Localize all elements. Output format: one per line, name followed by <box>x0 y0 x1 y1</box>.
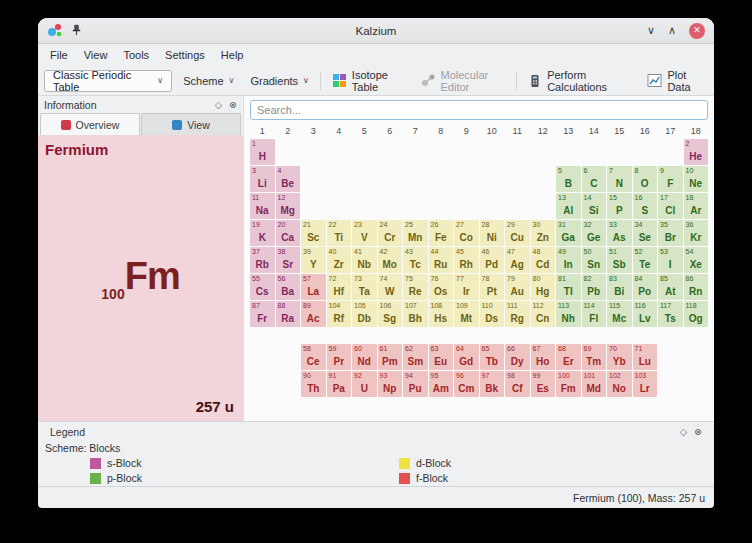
gradients-dropdown[interactable]: Gradients ∨ <box>245 70 314 92</box>
element-Cl[interactable]: 17Cl <box>658 193 683 219</box>
element-Pa[interactable]: 91Pa <box>327 371 352 397</box>
element-Sb[interactable]: 51Sb <box>607 247 632 273</box>
element-Yb[interactable]: 70Yb <box>607 344 632 370</box>
element-W[interactable]: 74W <box>378 274 403 300</box>
tab-overview[interactable]: Overview <box>40 113 140 135</box>
maximize-button[interactable]: ∧ <box>668 25 676 36</box>
element-Cn[interactable]: 112Cn <box>531 301 556 327</box>
element-K[interactable]: 19K <box>250 220 275 246</box>
menu-tools[interactable]: Tools <box>115 46 157 64</box>
close-panel-button[interactable]: ⊗ <box>694 427 702 437</box>
element-He[interactable]: 2He <box>684 139 709 165</box>
element-Sg[interactable]: 106Sg <box>378 301 403 327</box>
element-La[interactable]: 57La <box>301 274 326 300</box>
element-Og[interactable]: 118Og <box>684 301 709 327</box>
element-Pr[interactable]: 59Pr <box>327 344 352 370</box>
element-V[interactable]: 23V <box>352 220 377 246</box>
menu-file[interactable]: File <box>42 46 76 64</box>
element-Rf[interactable]: 104Rf <box>327 301 352 327</box>
close-panel-button[interactable]: ⊗ <box>229 100 237 110</box>
element-Ca[interactable]: 20Ca <box>276 220 301 246</box>
element-Np[interactable]: 93Np <box>378 371 403 397</box>
element-Lr[interactable]: 103Lr <box>633 371 658 397</box>
element-Ho[interactable]: 67Ho <box>531 344 556 370</box>
float-panel-button[interactable]: ◇ <box>680 427 687 437</box>
element-In[interactable]: 49In <box>556 247 581 273</box>
element-Po[interactable]: 84Po <box>633 274 658 300</box>
element-Ra[interactable]: 88Ra <box>276 301 301 327</box>
perform-calculations-button[interactable]: Perform Calculations <box>523 70 636 92</box>
element-Se[interactable]: 34Se <box>633 220 658 246</box>
minimize-button[interactable]: ∨ <box>647 25 655 36</box>
element-Nh[interactable]: 113Nh <box>556 301 581 327</box>
element-U[interactable]: 92U <box>352 371 377 397</box>
element-Db[interactable]: 105Db <box>352 301 377 327</box>
element-Nb[interactable]: 41Nb <box>352 247 377 273</box>
element-Pd[interactable]: 46Pd <box>480 247 505 273</box>
element-I[interactable]: 53I <box>658 247 683 273</box>
element-Mo[interactable]: 42Mo <box>378 247 403 273</box>
element-Hf[interactable]: 72Hf <box>327 274 352 300</box>
element-Ce[interactable]: 58Ce <box>301 344 326 370</box>
element-Fe[interactable]: 26Fe <box>429 220 454 246</box>
element-B[interactable]: 5B <box>556 166 581 192</box>
element-Mc[interactable]: 115Mc <box>607 301 632 327</box>
element-Rh[interactable]: 45Rh <box>454 247 479 273</box>
element-Ds[interactable]: 110Ds <box>480 301 505 327</box>
element-Mg[interactable]: 12Mg <box>276 193 301 219</box>
element-Xe[interactable]: 54Xe <box>684 247 709 273</box>
element-Te[interactable]: 52Te <box>633 247 658 273</box>
element-Be[interactable]: 4Be <box>276 166 301 192</box>
element-Nd[interactable]: 60Nd <box>352 344 377 370</box>
element-Ir[interactable]: 77Ir <box>454 274 479 300</box>
element-Cf[interactable]: 98Cf <box>505 371 530 397</box>
element-P[interactable]: 15P <box>607 193 632 219</box>
element-Eu[interactable]: 63Eu <box>429 344 454 370</box>
element-Mn[interactable]: 25Mn <box>403 220 428 246</box>
element-As[interactable]: 33As <box>607 220 632 246</box>
element-Tc[interactable]: 43Tc <box>403 247 428 273</box>
element-Pb[interactable]: 82Pb <box>582 274 607 300</box>
element-Zr[interactable]: 40Zr <box>327 247 352 273</box>
element-Cm[interactable]: 96Cm <box>454 371 479 397</box>
element-Hg[interactable]: 80Hg <box>531 274 556 300</box>
element-Ti[interactable]: 22Ti <box>327 220 352 246</box>
element-N[interactable]: 7N <box>607 166 632 192</box>
element-C[interactable]: 6C <box>582 166 607 192</box>
element-Fl[interactable]: 114Fl <box>582 301 607 327</box>
element-Fm[interactable]: 100Fm <box>556 371 581 397</box>
element-Ni[interactable]: 28Ni <box>480 220 505 246</box>
element-Kr[interactable]: 36Kr <box>684 220 709 246</box>
menu-view[interactable]: View <box>76 46 116 64</box>
element-Hs[interactable]: 108Hs <box>429 301 454 327</box>
element-Cu[interactable]: 29Cu <box>505 220 530 246</box>
element-Co[interactable]: 27Co <box>454 220 479 246</box>
element-Rb[interactable]: 37Rb <box>250 247 275 273</box>
element-Si[interactable]: 14Si <box>582 193 607 219</box>
element-Lu[interactable]: 71Lu <box>633 344 658 370</box>
element-Cd[interactable]: 48Cd <box>531 247 556 273</box>
element-Zn[interactable]: 30Zn <box>531 220 556 246</box>
element-Pm[interactable]: 61Pm <box>378 344 403 370</box>
element-Ru[interactable]: 44Ru <box>429 247 454 273</box>
element-Es[interactable]: 99Es <box>531 371 556 397</box>
element-Md[interactable]: 101Md <box>582 371 607 397</box>
scheme-dropdown[interactable]: Scheme ∨ <box>178 70 239 92</box>
element-At[interactable]: 85At <box>658 274 683 300</box>
element-S[interactable]: 16S <box>633 193 658 219</box>
element-Ag[interactable]: 47Ag <box>505 247 530 273</box>
element-Gd[interactable]: 64Gd <box>454 344 479 370</box>
menu-settings[interactable]: Settings <box>157 46 213 64</box>
element-Mt[interactable]: 109Mt <box>454 301 479 327</box>
element-Au[interactable]: 79Au <box>505 274 530 300</box>
element-No[interactable]: 102No <box>607 371 632 397</box>
element-Sn[interactable]: 50Sn <box>582 247 607 273</box>
element-Ba[interactable]: 56Ba <box>276 274 301 300</box>
element-Dy[interactable]: 66Dy <box>505 344 530 370</box>
element-Y[interactable]: 39Y <box>301 247 326 273</box>
plot-data-button[interactable]: Plot Data <box>642 70 708 92</box>
element-Sr[interactable]: 38Sr <box>276 247 301 273</box>
element-Rg[interactable]: 111Rg <box>505 301 530 327</box>
element-H[interactable]: 1H <box>250 139 275 165</box>
element-O[interactable]: 8O <box>633 166 658 192</box>
